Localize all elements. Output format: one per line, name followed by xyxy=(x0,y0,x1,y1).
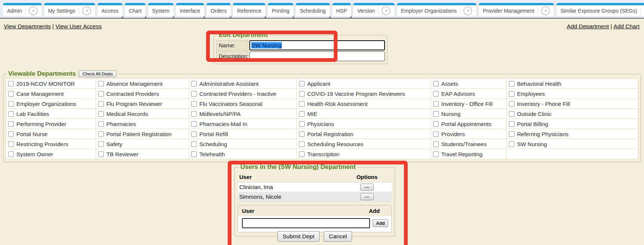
tab-chart[interactable]: Chart xyxy=(125,3,146,16)
checkbox-icon[interactable] xyxy=(191,101,197,107)
department-cell-assets[interactable]: Assets xyxy=(431,79,507,89)
checkbox-icon[interactable] xyxy=(509,141,514,147)
checkbox-icon[interactable] xyxy=(433,131,439,137)
checkbox-icon[interactable] xyxy=(509,121,514,127)
checkbox-icon[interactable] xyxy=(299,111,305,117)
department-name-input[interactable]: SW Nursing xyxy=(249,40,385,50)
department-cell-contracted-providers[interactable]: Contracted Providers xyxy=(96,89,189,99)
checkbox-icon[interactable] xyxy=(191,91,197,97)
checkbox-icon[interactable] xyxy=(299,91,305,97)
department-cell-sw-nursing[interactable]: SW Nursing xyxy=(507,139,638,149)
checkbox-icon[interactable] xyxy=(98,111,104,117)
checkbox-icon[interactable] xyxy=(509,81,514,87)
department-cell-midlevels-np-pa[interactable]: Midlevels/NP/PA xyxy=(189,109,297,119)
department-cell-transcription[interactable]: Transcription xyxy=(297,149,431,159)
add-department-link[interactable]: Add Department xyxy=(567,23,609,29)
tab-reference[interactable]: Reference xyxy=(233,3,265,16)
department-cell-nursing[interactable]: Nursing xyxy=(431,109,507,119)
department-cell-administrative-assistant[interactable]: Administrative Assistant xyxy=(189,79,297,89)
department-cell-pharmacies-mail-in[interactable]: Pharmacies-Mail In xyxy=(189,119,297,129)
checkbox-icon[interactable] xyxy=(299,141,305,147)
open-new-window-icon[interactable]: ↗ xyxy=(82,6,91,15)
open-new-window-icon[interactable]: ↗ xyxy=(463,6,472,15)
tab-scheduling[interactable]: Scheduling xyxy=(296,3,330,16)
checkbox-icon[interactable] xyxy=(433,141,439,147)
department-cell-scheduling[interactable]: Scheduling xyxy=(189,139,297,149)
tab-orders[interactable]: Orders xyxy=(206,3,231,16)
checkbox-icon[interactable] xyxy=(433,151,439,157)
department-cell-case-management[interactable]: Case Management xyxy=(6,89,96,99)
checkbox-icon[interactable] xyxy=(433,91,439,97)
checkbox-icon[interactable] xyxy=(299,81,305,87)
open-new-window-icon[interactable]: ↗ xyxy=(541,6,550,15)
department-cell-students-trainees[interactable]: Students/Trainees xyxy=(431,139,507,149)
department-cell-lab-facilities[interactable]: Lab Facilities xyxy=(6,109,96,119)
view-departments-link[interactable]: View Departments xyxy=(4,23,51,29)
department-cell-portal-nurse[interactable]: Portal Nurse xyxy=(6,129,96,139)
checkbox-icon[interactable] xyxy=(191,121,197,127)
checkbox-icon[interactable] xyxy=(8,141,14,147)
checkbox-icon[interactable] xyxy=(191,151,197,157)
checkbox-icon[interactable] xyxy=(433,101,439,107)
department-description-input[interactable] xyxy=(249,51,385,61)
department-cell-mie[interactable]: MIE xyxy=(297,109,431,119)
department-cell-contracted-providers-inactive[interactable]: Contracted Providers - Inactive xyxy=(189,89,297,99)
tab-hsp[interactable]: HSP xyxy=(332,3,351,16)
checkbox-icon[interactable] xyxy=(8,111,14,117)
department-cell-absence-management[interactable]: Absence Management xyxy=(96,79,189,89)
checkbox-icon[interactable] xyxy=(8,151,14,157)
department-cell-tb-reviewer[interactable]: TB Reviewer xyxy=(96,149,189,159)
checkbox-icon[interactable] xyxy=(299,131,305,137)
department-cell-employees[interactable]: Employees xyxy=(507,89,638,99)
tab-employer-organizations[interactable]: Employer Organizations↗ xyxy=(397,3,476,16)
open-new-window-icon[interactable]: ↗ xyxy=(29,6,38,15)
department-cell-medical-records[interactable]: Medical Records xyxy=(96,109,189,119)
checkbox-icon[interactable] xyxy=(8,131,14,137)
department-cell-performing-provider[interactable]: Performing Provider xyxy=(6,119,96,129)
checkbox-icon[interactable] xyxy=(299,101,305,107)
department-cell-portal-refill[interactable]: Portal Refill xyxy=(189,129,297,139)
department-cell-scheduling-resources[interactable]: Scheduling Resources xyxy=(297,139,431,149)
department-cell-physicians[interactable]: Physicians xyxy=(297,119,431,129)
open-new-window-icon[interactable]: ↗ xyxy=(382,6,391,15)
tab-system[interactable]: System xyxy=(148,3,174,16)
department-cell-portal-appointments[interactable]: Portal Appointments xyxy=(431,119,507,129)
department-cell-providers[interactable]: Providers xyxy=(431,129,507,139)
checkbox-icon[interactable] xyxy=(98,91,104,97)
tab-access[interactable]: Access xyxy=(97,3,122,16)
checkbox-icon[interactable] xyxy=(433,111,439,117)
department-cell-eap-advisors[interactable]: EAP Advisors xyxy=(431,89,507,99)
department-cell-2019-ncov-monitor[interactable]: 2019-NCOV MONITOR xyxy=(6,79,96,89)
tab-similar-exposure-groups-segs[interactable]: Similar Exposure Groups (SEGs)↗ xyxy=(556,3,644,16)
department-cell-travel-reporting[interactable]: Travel Reporting xyxy=(431,149,507,159)
submit-dept-button[interactable]: Submit Dept xyxy=(277,231,320,242)
department-cell-referring-physicians[interactable]: Referring Physicians xyxy=(507,129,638,139)
department-cell-applicant[interactable]: Applicant xyxy=(297,79,431,89)
checkbox-icon[interactable] xyxy=(98,151,104,157)
checkbox-icon[interactable] xyxy=(98,131,104,137)
checkbox-icon[interactable] xyxy=(8,81,14,87)
department-cell-flu-vaccinators-seasonal[interactable]: Flu Vaccinators Seasonal xyxy=(189,99,297,109)
checkbox-icon[interactable] xyxy=(509,101,514,107)
department-cell-safety[interactable]: Safety xyxy=(96,139,189,149)
checkbox-icon[interactable] xyxy=(191,131,197,137)
department-cell-health-risk-assessment[interactable]: Health Risk Assessment xyxy=(297,99,431,109)
checkbox-icon[interactable] xyxy=(8,91,14,97)
department-cell-inventory-phone-fill[interactable]: Inventory - Phone Fill xyxy=(507,99,638,109)
department-cell-telehealth[interactable]: Telehealth xyxy=(189,149,297,159)
department-cell-system-owner[interactable]: System Owner xyxy=(6,149,96,159)
checkbox-icon[interactable] xyxy=(191,141,197,147)
department-cell-flu-program-reviewer[interactable]: Flu Program Reviewer xyxy=(96,99,189,109)
checkbox-icon[interactable] xyxy=(509,131,514,137)
department-cell-portal-billing[interactable]: Portal Billing xyxy=(507,119,638,129)
checkbox-icon[interactable] xyxy=(8,121,14,127)
department-cell-employer-organizations[interactable]: Employer Organizations xyxy=(6,99,96,109)
tab-interface[interactable]: Interface xyxy=(176,3,204,16)
checkbox-icon[interactable] xyxy=(509,111,514,117)
department-cell-restricting-providers[interactable]: Restricting Providers xyxy=(6,139,96,149)
tab-my-settings[interactable]: My Settings↗ xyxy=(44,3,95,16)
department-cell-portal-patient-registration[interactable]: Portal Patient Registration xyxy=(96,129,189,139)
department-cell-outside-clinic[interactable]: Outside Clinic xyxy=(507,109,638,119)
tab-provider-management[interactable]: Provider Management↗ xyxy=(479,3,554,16)
department-cell-inventory-office-fill[interactable]: Inventory - Office Fill xyxy=(431,99,507,109)
